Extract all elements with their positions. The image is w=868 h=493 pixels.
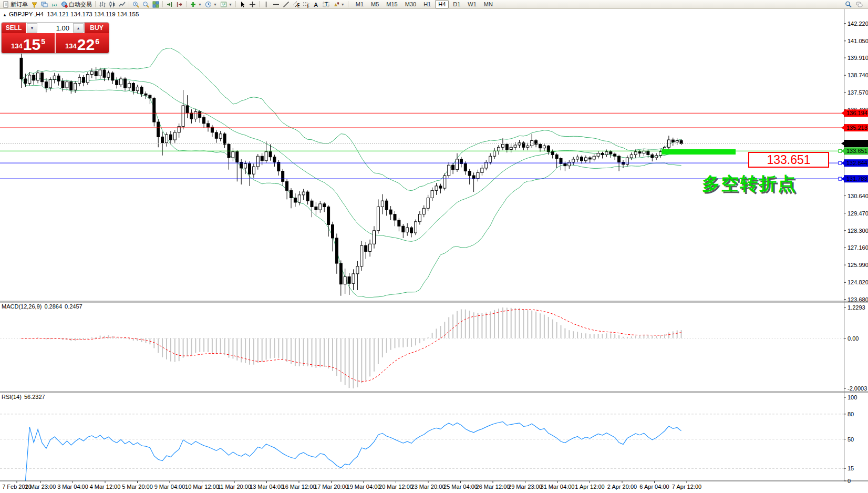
volume-decrease-button[interactable]: ▼: [27, 23, 37, 33]
toolbar-separator: [129, 1, 129, 7]
toolbar: 新订单 自动交易 ▼ ▼ ▼ E F A T ▼: [0, 0, 868, 9]
buy-price-pips: 22: [77, 37, 95, 52]
svg-text:T: T: [324, 1, 328, 7]
caret-down-icon: ▼: [341, 3, 345, 6]
bollinger-upper: [22, 48, 681, 191]
arrows-button[interactable]: ▼: [331, 1, 346, 8]
auto-scroll-button[interactable]: [164, 1, 174, 8]
volume-increase-button[interactable]: ▲: [73, 23, 84, 33]
trendline-icon: [283, 1, 290, 8]
price-tick: 130.640: [848, 193, 868, 199]
timeframe-m5[interactable]: M5: [368, 0, 382, 8]
sell-price-pips: 15: [23, 37, 40, 52]
indicators-button[interactable]: ▼: [188, 1, 203, 8]
caret-down-icon: ▼: [198, 3, 202, 6]
autotrading-button[interactable]: 自动交易: [59, 1, 94, 8]
annotations[interactable]: [662, 149, 736, 155]
autotrading-label: 自动交易: [69, 1, 92, 8]
timeframe-m15[interactable]: M15: [383, 0, 400, 8]
templates-button[interactable]: ▼: [219, 1, 234, 8]
svg-text:F: F: [307, 2, 309, 8]
annotation-text-cn[interactable]: 多空转折点: [702, 172, 797, 196]
time-tick: 26 Mar 12:00: [476, 484, 510, 490]
candlesticks: [20, 53, 683, 295]
text-icon: A: [313, 1, 319, 8]
crosshair-button[interactable]: [247, 1, 257, 8]
panel-separators[interactable]: [0, 301, 868, 393]
timeframe-m30[interactable]: M30: [402, 0, 419, 8]
time-tick: 23 Mar 20:00: [411, 484, 446, 490]
text-label-button[interactable]: T: [321, 1, 331, 8]
price-tick: 142.220: [848, 20, 868, 27]
timeframe-w1[interactable]: W1: [464, 0, 480, 8]
periods-button[interactable]: ▼: [203, 1, 219, 8]
buy-button[interactable]: BUY: [85, 23, 109, 33]
timeframe-mn[interactable]: MN: [481, 0, 496, 8]
vertical-line-icon: [263, 1, 270, 8]
bar-chart-button[interactable]: [97, 1, 107, 8]
price-tick: 141.050: [848, 38, 868, 44]
svg-text:15: 15: [848, 465, 854, 471]
trendline-button[interactable]: [281, 1, 291, 8]
chart-shift-button[interactable]: [174, 1, 184, 8]
timeframe-d1[interactable]: D1: [450, 0, 463, 8]
time-tick: 1 Mar 23:00: [25, 484, 56, 490]
market-watch-button[interactable]: [39, 1, 49, 8]
time-tick: 5 Mar 20:00: [122, 484, 153, 490]
timeframe-h4[interactable]: H4: [435, 0, 449, 8]
time-axis[interactable]: 7 Feb 20201 Mar 23:003 Mar 04:004 Mar 12…: [0, 481, 868, 490]
one-click-trading-panel: SELL ▼ 1.00 ▲ BUY 134155 134226: [1, 22, 109, 54]
chart-window[interactable]: 142.220141.050139.910138.740137.570136.4…: [0, 9, 868, 493]
time-tick: 31 Mar 04:00: [541, 484, 575, 490]
svg-text:E: E: [297, 2, 299, 8]
price-tick: 137.570: [848, 89, 868, 96]
zoom-in-button[interactable]: [131, 1, 141, 8]
highlight-rect[interactable]: [662, 149, 736, 155]
timeframe-h1[interactable]: H1: [420, 0, 434, 8]
rsi-label: RSI(14)56.2327: [2, 394, 48, 400]
signals-button[interactable]: [49, 1, 59, 8]
timeframe-m1[interactable]: M1: [353, 0, 367, 8]
vertical-line-button[interactable]: [261, 1, 271, 8]
price-badge: 131.783: [846, 176, 867, 182]
annotation-price-box[interactable]: 133.651: [748, 152, 829, 168]
svg-text:A: A: [314, 1, 318, 7]
tile-windows-button[interactable]: [151, 1, 161, 8]
price-axis: 142.220141.050139.910138.740137.570136.4…: [844, 9, 868, 481]
collapse-arrow-icon[interactable]: ▲: [3, 13, 7, 17]
sell-button[interactable]: SELL: [2, 23, 26, 33]
equidistant-channel-button[interactable]: E: [291, 1, 301, 8]
zoom-in-icon: [132, 1, 139, 8]
volume-value[interactable]: 1.00: [38, 23, 73, 33]
price-lines[interactable]: [0, 113, 844, 179]
sell-price[interactable]: 134155: [2, 33, 55, 53]
zoom-out-button[interactable]: [141, 1, 151, 8]
svg-text:50: 50: [848, 436, 854, 443]
time-tick: 11 Mar 20:00: [218, 484, 251, 490]
bollinger-lower: [22, 79, 681, 297]
time-tick: 3 Mar 04:00: [57, 484, 88, 490]
horizontal-line-button[interactable]: [271, 1, 281, 8]
fibonacci-button[interactable]: F: [301, 1, 311, 8]
rsi-panel: 1008050150: [0, 394, 857, 484]
chart-canvas[interactable]: 142.220141.050139.910138.740137.570136.4…: [0, 9, 868, 493]
styler-button[interactable]: [29, 1, 39, 8]
new-order-button[interactable]: 新订单: [1, 1, 29, 8]
line-chart-button[interactable]: [117, 1, 127, 8]
time-tick: 29 Mar 23:00: [508, 484, 542, 490]
cursor-button[interactable]: [237, 1, 247, 8]
market-watch-icon: [41, 1, 48, 8]
chart-shift-icon: [176, 1, 183, 8]
time-tick: 16 Mar 12:00: [282, 484, 316, 490]
auto-scroll-icon: [166, 1, 173, 8]
buy-price[interactable]: 134226: [56, 33, 109, 53]
chat-icon[interactable]: [856, 1, 863, 8]
text-button[interactable]: A: [311, 1, 321, 8]
price-divider: [55, 33, 56, 53]
candlestick-chart-button[interactable]: [107, 1, 117, 8]
svg-text:1.2293: 1.2293: [848, 304, 865, 311]
toolbar-separator: [235, 1, 236, 7]
new-order-label: 新订单: [11, 1, 28, 8]
search-icon[interactable]: [845, 1, 852, 8]
chart-ohlc-values: 134.121 134.173 134.119 134.155: [47, 11, 139, 17]
